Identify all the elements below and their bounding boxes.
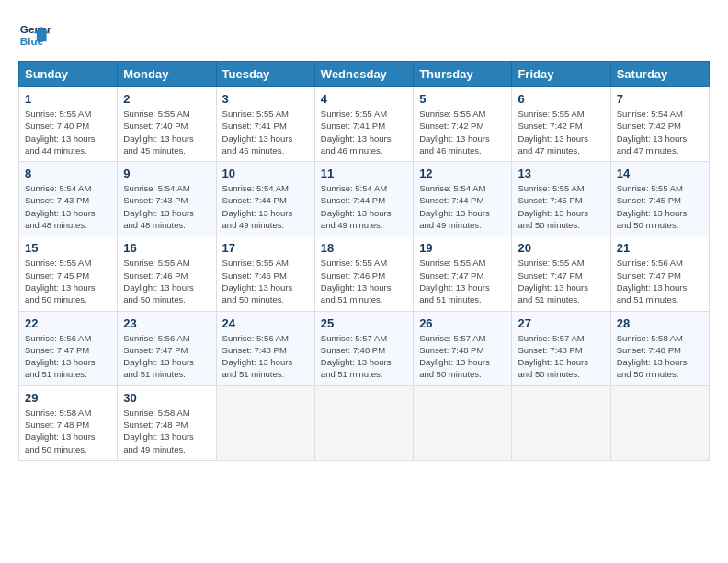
calendar-cell (610, 385, 709, 460)
day-number: 14 (617, 167, 703, 180)
week-row-4: 22Sunrise: 5:56 AM Sunset: 7:47 PM Dayli… (19, 311, 710, 385)
logo-icon: General Blue (18, 18, 51, 52)
weekday-row: SundayMondayTuesdayWednesdayThursdayFrid… (19, 62, 710, 87)
calendar-cell: 7Sunrise: 5:54 AM Sunset: 7:42 PM Daylig… (610, 87, 709, 162)
calendar-table: SundayMondayTuesdayWednesdayThursdayFrid… (18, 61, 710, 461)
calendar-cell: 27Sunrise: 5:57 AM Sunset: 7:48 PM Dayli… (512, 311, 610, 385)
cell-info: Sunrise: 5:57 AM Sunset: 7:48 PM Dayligh… (419, 332, 506, 381)
day-number: 17 (222, 241, 309, 255)
cell-info: Sunrise: 5:55 AM Sunset: 7:41 PM Dayligh… (222, 108, 309, 156)
weekday-header-saturday: Saturday (610, 62, 709, 87)
calendar-cell: 4Sunrise: 5:55 AM Sunset: 7:41 PM Daylig… (314, 87, 413, 162)
calendar-cell: 24Sunrise: 5:56 AM Sunset: 7:48 PM Dayli… (216, 311, 314, 385)
calendar-cell: 8Sunrise: 5:54 AM Sunset: 7:43 PM Daylig… (19, 162, 118, 236)
weekday-header-sunday: Sunday (19, 62, 118, 87)
calendar-cell: 20Sunrise: 5:55 AM Sunset: 7:47 PM Dayli… (512, 236, 610, 311)
calendar-cell: 28Sunrise: 5:58 AM Sunset: 7:48 PM Dayli… (610, 311, 709, 385)
cell-info: Sunrise: 5:55 AM Sunset: 7:46 PM Dayligh… (222, 257, 309, 305)
cell-info: Sunrise: 5:56 AM Sunset: 7:47 PM Dayligh… (25, 332, 111, 381)
calendar-cell (512, 385, 610, 460)
cell-info: Sunrise: 5:55 AM Sunset: 7:46 PM Dayligh… (321, 257, 407, 305)
calendar-cell: 12Sunrise: 5:54 AM Sunset: 7:44 PM Dayli… (414, 162, 512, 236)
page-header: General Blue (18, 18, 710, 52)
svg-text:General: General (20, 23, 51, 35)
week-row-5: 29Sunrise: 5:58 AM Sunset: 7:48 PM Dayli… (19, 385, 710, 460)
day-number: 18 (321, 241, 407, 255)
day-number: 25 (321, 316, 407, 330)
calendar-cell: 22Sunrise: 5:56 AM Sunset: 7:47 PM Dayli… (19, 311, 118, 385)
calendar-cell: 2Sunrise: 5:55 AM Sunset: 7:40 PM Daylig… (118, 87, 216, 162)
day-number: 8 (25, 167, 111, 180)
day-number: 26 (419, 316, 506, 330)
day-number: 21 (617, 241, 703, 255)
calendar-cell: 19Sunrise: 5:55 AM Sunset: 7:47 PM Dayli… (414, 236, 512, 311)
weekday-header-tuesday: Tuesday (216, 62, 314, 87)
cell-info: Sunrise: 5:55 AM Sunset: 7:45 PM Dayligh… (617, 182, 703, 231)
calendar-cell: 13Sunrise: 5:55 AM Sunset: 7:45 PM Dayli… (512, 162, 610, 236)
calendar-cell: 26Sunrise: 5:57 AM Sunset: 7:48 PM Dayli… (414, 311, 512, 385)
cell-info: Sunrise: 5:55 AM Sunset: 7:47 PM Dayligh… (419, 257, 506, 305)
day-number: 2 (123, 92, 210, 106)
day-number: 12 (419, 167, 506, 180)
day-number: 27 (518, 316, 604, 330)
day-number: 1 (25, 92, 111, 106)
cell-info: Sunrise: 5:54 AM Sunset: 7:42 PM Dayligh… (617, 108, 703, 156)
day-number: 15 (25, 241, 111, 255)
calendar-cell: 11Sunrise: 5:54 AM Sunset: 7:44 PM Dayli… (314, 162, 413, 236)
calendar-cell: 6Sunrise: 5:55 AM Sunset: 7:42 PM Daylig… (512, 87, 610, 162)
week-row-1: 1Sunrise: 5:55 AM Sunset: 7:40 PM Daylig… (19, 87, 710, 162)
cell-info: Sunrise: 5:54 AM Sunset: 7:44 PM Dayligh… (419, 182, 506, 231)
weekday-header-monday: Monday (118, 62, 216, 87)
cell-info: Sunrise: 5:58 AM Sunset: 7:48 PM Dayligh… (25, 407, 111, 455)
cell-info: Sunrise: 5:58 AM Sunset: 7:48 PM Dayligh… (617, 332, 703, 381)
calendar-header: SundayMondayTuesdayWednesdayThursdayFrid… (19, 62, 710, 87)
day-number: 13 (518, 167, 604, 180)
cell-info: Sunrise: 5:55 AM Sunset: 7:40 PM Dayligh… (123, 108, 210, 156)
day-number: 23 (123, 316, 210, 330)
cell-info: Sunrise: 5:58 AM Sunset: 7:48 PM Dayligh… (123, 407, 210, 455)
calendar-cell (414, 385, 512, 460)
week-row-3: 15Sunrise: 5:55 AM Sunset: 7:45 PM Dayli… (19, 236, 710, 311)
cell-info: Sunrise: 5:55 AM Sunset: 7:45 PM Dayligh… (518, 182, 604, 231)
day-number: 16 (123, 241, 210, 255)
day-number: 10 (222, 167, 309, 180)
calendar-cell (314, 385, 413, 460)
day-number: 29 (25, 391, 111, 405)
calendar-body: 1Sunrise: 5:55 AM Sunset: 7:40 PM Daylig… (19, 87, 710, 461)
cell-info: Sunrise: 5:55 AM Sunset: 7:40 PM Dayligh… (25, 108, 111, 156)
cell-info: Sunrise: 5:56 AM Sunset: 7:48 PM Dayligh… (222, 332, 309, 381)
cell-info: Sunrise: 5:57 AM Sunset: 7:48 PM Dayligh… (518, 332, 604, 381)
cell-info: Sunrise: 5:55 AM Sunset: 7:41 PM Dayligh… (321, 108, 407, 156)
calendar-cell: 9Sunrise: 5:54 AM Sunset: 7:43 PM Daylig… (118, 162, 216, 236)
calendar-cell: 14Sunrise: 5:55 AM Sunset: 7:45 PM Dayli… (610, 162, 709, 236)
calendar-cell: 29Sunrise: 5:58 AM Sunset: 7:48 PM Dayli… (19, 385, 118, 460)
day-number: 6 (518, 92, 604, 106)
day-number: 28 (617, 316, 703, 330)
cell-info: Sunrise: 5:57 AM Sunset: 7:48 PM Dayligh… (321, 332, 407, 381)
calendar-cell: 17Sunrise: 5:55 AM Sunset: 7:46 PM Dayli… (216, 236, 314, 311)
cell-info: Sunrise: 5:54 AM Sunset: 7:44 PM Dayligh… (321, 182, 407, 231)
calendar-cell: 25Sunrise: 5:57 AM Sunset: 7:48 PM Dayli… (314, 311, 413, 385)
cell-info: Sunrise: 5:54 AM Sunset: 7:43 PM Dayligh… (123, 182, 210, 231)
calendar-cell: 15Sunrise: 5:55 AM Sunset: 7:45 PM Dayli… (19, 236, 118, 311)
weekday-header-thursday: Thursday (414, 62, 512, 87)
day-number: 9 (123, 167, 210, 180)
cell-info: Sunrise: 5:55 AM Sunset: 7:47 PM Dayligh… (518, 257, 604, 305)
day-number: 19 (419, 241, 506, 255)
calendar-cell: 30Sunrise: 5:58 AM Sunset: 7:48 PM Dayli… (118, 385, 216, 460)
day-number: 24 (222, 316, 309, 330)
cell-info: Sunrise: 5:55 AM Sunset: 7:42 PM Dayligh… (518, 108, 604, 156)
day-number: 22 (25, 316, 111, 330)
calendar-cell: 23Sunrise: 5:56 AM Sunset: 7:47 PM Dayli… (118, 311, 216, 385)
day-number: 7 (617, 92, 703, 106)
day-number: 4 (321, 92, 407, 106)
calendar-cell: 5Sunrise: 5:55 AM Sunset: 7:42 PM Daylig… (414, 87, 512, 162)
day-number: 20 (518, 241, 604, 255)
cell-info: Sunrise: 5:54 AM Sunset: 7:43 PM Dayligh… (25, 182, 111, 231)
calendar-cell: 18Sunrise: 5:55 AM Sunset: 7:46 PM Dayli… (314, 236, 413, 311)
calendar-cell: 3Sunrise: 5:55 AM Sunset: 7:41 PM Daylig… (216, 87, 314, 162)
weekday-header-wednesday: Wednesday (314, 62, 413, 87)
logo: General Blue (18, 18, 51, 52)
cell-info: Sunrise: 5:55 AM Sunset: 7:42 PM Dayligh… (419, 108, 506, 156)
weekday-header-friday: Friday (512, 62, 610, 87)
